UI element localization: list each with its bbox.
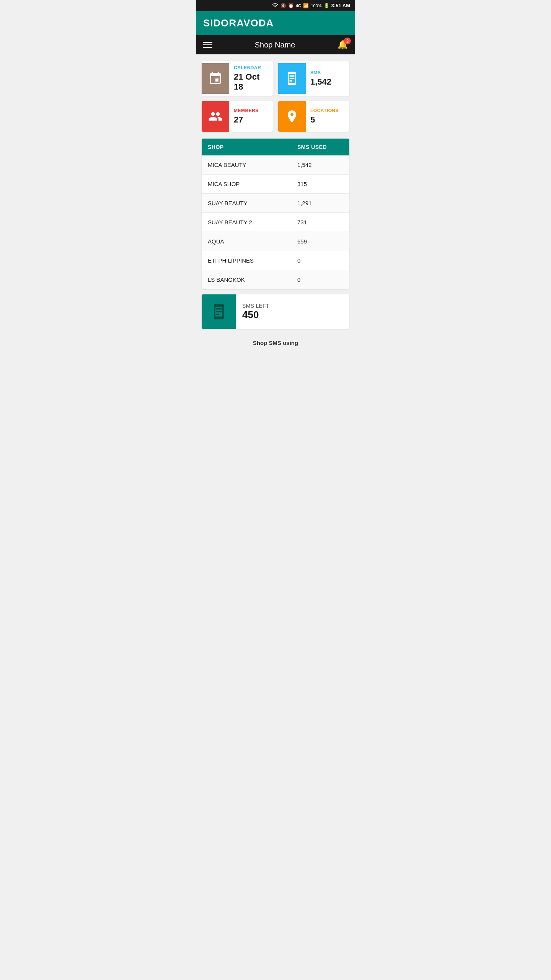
calendar-icon-bg [202, 63, 229, 94]
table-row[interactable]: ETI PHILIPPINES 0 [202, 251, 349, 270]
members-icon [208, 109, 223, 124]
table-cell-sms-used: 315 [297, 181, 343, 187]
calendar-label: CALENDAR [234, 65, 268, 70]
sms-left-label: SMS LEFT [242, 303, 269, 309]
signal-bars-icon: 📶 [303, 3, 309, 8]
table-cell-sms-used: 1,542 [297, 162, 343, 168]
members-icon-bg [202, 101, 229, 132]
table-cell-shop: MICA SHOP [208, 181, 297, 187]
app-header: SIDORAVODA [196, 11, 355, 35]
sms-value: 1,542 [310, 77, 345, 87]
app-title: SIDORAVODA [203, 17, 274, 29]
table-cell-shop: SUAY BEAUTY [208, 200, 297, 206]
locations-icon-bg [278, 101, 306, 132]
table-cell-shop: MICA BEAUTY [208, 162, 297, 168]
sms-left-icon-bg [202, 294, 236, 329]
status-time: 3:51 AM [331, 3, 350, 8]
table-cell-shop: AQUA [208, 238, 297, 245]
nav-bar: Shop Name 🔔 2 [196, 35, 355, 54]
members-label: MEMBERS [234, 108, 268, 113]
dashboard-cards: CALENDAR 21 Oct 18 SMS 1,542 MEMBERS 27 [196, 54, 355, 139]
table-cell-sms-used: 1,291 [297, 200, 343, 206]
table-cell-shop: LS BANGKOK [208, 276, 297, 283]
table-cell-sms-used: 731 [297, 219, 343, 225]
battery-label: 100% [311, 3, 321, 8]
wifi-icon [272, 2, 278, 9]
sms-left-phone-icon [210, 303, 227, 320]
locations-label: LOCATIONS [310, 108, 345, 113]
members-card[interactable]: MEMBERS 27 [202, 101, 273, 132]
table-cell-sms-used: 0 [297, 257, 343, 264]
table-row[interactable]: MICA BEAUTY 1,542 [202, 155, 349, 175]
sms-card-content: SMS 1,542 [306, 66, 349, 91]
notification-badge: 2 [344, 38, 351, 44]
locations-card-content: LOCATIONS 5 [306, 104, 349, 129]
signal-label: 4G [296, 3, 302, 8]
table-row[interactable]: SUAY BEAUTY 1,291 [202, 194, 349, 213]
table-row[interactable]: LS BANGKOK 0 [202, 270, 349, 289]
battery-icon: 🔋 [324, 3, 329, 8]
locations-card[interactable]: LOCATIONS 5 [278, 101, 349, 132]
shop-name-title: Shop Name [255, 41, 295, 49]
locations-value: 5 [310, 115, 345, 125]
sms-icon [285, 71, 299, 86]
members-value: 27 [234, 115, 268, 125]
status-icons: 🔇 ⏰ 4G 📶 100% 🔋 3:51 AM [280, 3, 350, 8]
table-cell-shop: ETI PHILIPPINES [208, 257, 297, 264]
members-card-content: MEMBERS 27 [229, 104, 273, 129]
locations-icon [285, 109, 299, 124]
calendar-card-content: CALENDAR 21 Oct 18 [229, 61, 273, 96]
sms-left-content: SMS LEFT 450 [236, 298, 276, 325]
sms-label: SMS [310, 70, 345, 75]
hamburger-menu[interactable] [203, 42, 212, 48]
sms-left-value: 450 [242, 309, 269, 321]
table-header: SHOP SMS USED [202, 139, 349, 155]
mute-icon: 🔇 [280, 3, 286, 8]
sms-icon-bg [278, 63, 306, 94]
notification-bell[interactable]: 🔔 2 [337, 40, 348, 50]
table-row[interactable]: MICA SHOP 315 [202, 175, 349, 194]
table-cell-sms-used: 659 [297, 238, 343, 245]
table-cell-sms-used: 0 [297, 276, 343, 283]
table-header-shop: SHOP [208, 144, 297, 150]
table-cell-shop: SUAY BEAUTY 2 [208, 219, 297, 225]
table-row[interactable]: AQUA 659 [202, 232, 349, 251]
calendar-value: 21 Oct 18 [234, 72, 268, 92]
table-row[interactable]: SUAY BEAUTY 2 731 [202, 213, 349, 232]
footer-text: Shop SMS using [196, 336, 355, 354]
table-header-sms-used: SMS USED [297, 144, 343, 150]
sms-table: SHOP SMS USED MICA BEAUTY 1,542 MICA SHO… [202, 139, 349, 289]
status-bar: 🔇 ⏰ 4G 📶 100% 🔋 3:51 AM [196, 0, 355, 11]
sms-card[interactable]: SMS 1,542 [278, 61, 349, 96]
calendar-icon [208, 71, 223, 86]
sms-left-banner[interactable]: SMS LEFT 450 [202, 294, 349, 329]
alarm-icon: ⏰ [288, 3, 294, 8]
calendar-card[interactable]: CALENDAR 21 Oct 18 [202, 61, 273, 96]
